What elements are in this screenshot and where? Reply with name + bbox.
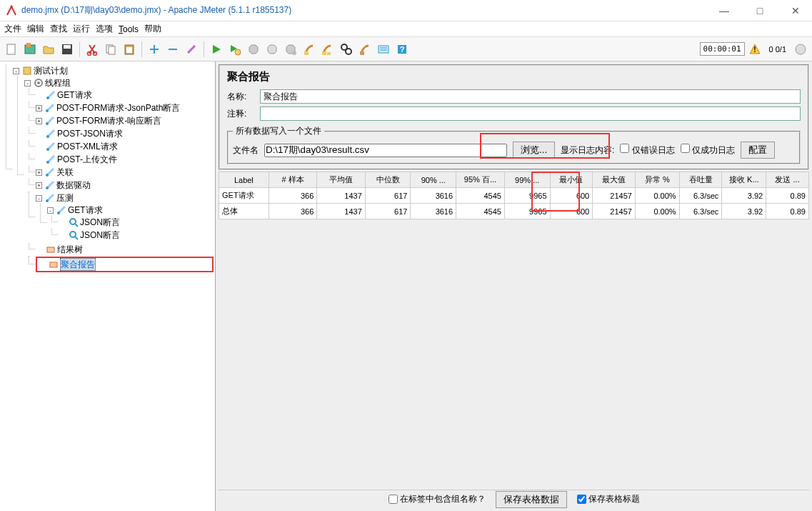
- stop-icon[interactable]: [245, 41, 262, 58]
- collapse-icon[interactable]: [164, 41, 181, 58]
- name-label: 名称:: [227, 91, 256, 103]
- new-icon[interactable]: [3, 41, 20, 58]
- close-button[interactable]: ✕: [785, 5, 806, 16]
- reset-search-icon[interactable]: [356, 41, 374, 58]
- menu-file[interactable]: 文件: [4, 23, 21, 35]
- svg-text:?: ?: [400, 45, 405, 54]
- copy-icon[interactable]: [102, 41, 119, 58]
- tree-correlation[interactable]: +关联: [36, 167, 214, 178]
- svg-rect-47: [47, 247, 54, 252]
- cut-icon[interactable]: [84, 41, 101, 58]
- include-group-checkbox[interactable]: 在标签中包含组名称？: [389, 493, 486, 505]
- svg-point-29: [796, 44, 806, 54]
- paste-icon[interactable]: [121, 41, 138, 58]
- col-header[interactable]: Label: [219, 172, 269, 188]
- info-icon[interactable]: [792, 41, 809, 58]
- col-header[interactable]: 接收 K...: [722, 172, 766, 188]
- svg-rect-11: [126, 47, 132, 53]
- minimize-button[interactable]: —: [713, 5, 735, 16]
- col-header[interactable]: # 样本: [269, 172, 317, 188]
- results-table[interactable]: Label# 样本平均值中位数90% ...95% 百...99% ...最小值…: [219, 172, 809, 219]
- col-header[interactable]: 最大值: [593, 172, 636, 188]
- svg-point-45: [70, 232, 76, 237]
- shutdown-icon[interactable]: [264, 41, 281, 58]
- svg-point-21: [346, 49, 351, 54]
- menu-edit[interactable]: 编辑: [27, 23, 44, 35]
- toggle-icon[interactable]: [183, 41, 200, 58]
- file-fieldset-legend: 所有数据写入一个文件: [233, 125, 324, 137]
- menu-tools[interactable]: Tools: [119, 24, 139, 34]
- tree-data-driven[interactable]: +数据驱动: [36, 179, 214, 191]
- tree-test-plan[interactable]: -测试计划: [13, 65, 214, 76]
- menu-run[interactable]: 运行: [73, 23, 90, 35]
- tree-thread-group[interactable]: -线程组: [24, 77, 214, 89]
- start-icon[interactable]: [208, 41, 225, 58]
- save-table-data-button[interactable]: 保存表格数据: [496, 491, 567, 508]
- tree-post-form-jsonpath[interactable]: +POST-FORM请求-JsonPath断言: [36, 102, 214, 114]
- svg-rect-19: [327, 52, 331, 55]
- tree-json-assert-1[interactable]: JSON断言: [59, 217, 214, 228]
- tree-results-tree[interactable]: 结果树: [36, 244, 214, 255]
- table-row[interactable]: 总体3661437617361645459965600214570.00%6.3…: [219, 204, 809, 219]
- svg-rect-1: [7, 44, 15, 54]
- warning-icon: !: [746, 41, 763, 58]
- menu-search[interactable]: 查找: [50, 23, 67, 35]
- templates-icon[interactable]: [21, 41, 39, 58]
- clear-icon[interactable]: [301, 41, 318, 58]
- col-header[interactable]: 中位数: [365, 172, 411, 188]
- test-plan-tree[interactable]: -测试计划 -线程组 GET请求 +POST-FORM请求-JsonPath断言…: [0, 61, 216, 511]
- only-errors-checkbox[interactable]: 仅错误日志: [620, 144, 674, 157]
- svg-point-40: [46, 187, 49, 189]
- menu-options[interactable]: 选项: [96, 23, 113, 35]
- remote-stop-icon[interactable]: [282, 41, 299, 58]
- col-header[interactable]: 异常 %: [635, 172, 679, 188]
- tree-get-request[interactable]: GET请求: [36, 89, 214, 101]
- help-icon[interactable]: ?: [394, 41, 411, 58]
- svg-point-37: [46, 148, 49, 151]
- comment-input[interactable]: [260, 106, 801, 121]
- svg-point-41: [46, 199, 49, 202]
- svg-rect-48: [50, 262, 57, 267]
- thread-counter: 0 0/1: [769, 45, 786, 54]
- col-header[interactable]: 平均值: [317, 172, 366, 188]
- tree-json-assert-2[interactable]: JSON断言: [59, 229, 214, 241]
- svg-line-46: [75, 237, 78, 239]
- tree-post-form-response[interactable]: +POST-FORM请求-响应断言: [36, 115, 214, 126]
- clear-all-icon[interactable]: [319, 41, 336, 58]
- start-no-timers-icon[interactable]: [226, 41, 244, 58]
- content-area: 聚合报告 名称: 注释: 所有数据写入一个文件 文件名 浏览... 显示日志内容…: [216, 61, 812, 511]
- svg-point-38: [46, 161, 49, 164]
- col-header[interactable]: 90% ...: [411, 172, 456, 188]
- save-icon[interactable]: [59, 41, 76, 58]
- tree-aggregate-report[interactable]: 聚合报告: [36, 257, 214, 272]
- maximize-button[interactable]: □: [749, 5, 771, 16]
- tree-post-xml[interactable]: POST-XML请求: [36, 141, 214, 152]
- config-button[interactable]: 配置: [741, 142, 775, 159]
- svg-point-16: [292, 51, 296, 55]
- svg-point-32: [37, 81, 40, 84]
- window-title: demo.jmx (D:\17期\day03\demo.jmx) - Apach…: [21, 4, 713, 16]
- svg-point-43: [70, 219, 76, 224]
- tree-load-test[interactable]: -压测: [36, 192, 214, 204]
- app-icon: [6, 5, 17, 16]
- function-helper-icon[interactable]: [375, 41, 392, 58]
- svg-point-36: [46, 135, 49, 138]
- menu-bar: 文件 编辑 查找 运行 选项 Tools 帮助: [0, 21, 812, 37]
- footer: 在标签中包含组名称？ 保存表格数据 保存表格标题: [219, 490, 809, 508]
- col-header[interactable]: 95% 百...: [456, 172, 505, 188]
- table-row[interactable]: GET请求3661437617361645459965600214570.00%…: [219, 188, 809, 204]
- open-icon[interactable]: [40, 41, 57, 58]
- tree-post-json[interactable]: POST-JSON请求: [36, 128, 214, 139]
- save-header-checkbox[interactable]: 保存表格标题: [577, 493, 640, 505]
- col-header[interactable]: 吞吐量: [679, 172, 722, 188]
- tree-load-get[interactable]: -GET请求: [47, 204, 214, 216]
- tree-post-upload[interactable]: POST-上传文件: [36, 154, 214, 165]
- name-input[interactable]: [260, 89, 801, 104]
- expand-icon[interactable]: [146, 41, 163, 58]
- svg-point-0: [11, 5, 13, 7]
- file-input[interactable]: [264, 144, 507, 157]
- search-icon[interactable]: [338, 41, 355, 58]
- menu-help[interactable]: 帮助: [144, 23, 161, 35]
- col-header[interactable]: 发送 ...: [766, 172, 809, 188]
- only-success-checkbox[interactable]: 仅成功日志: [681, 144, 735, 157]
